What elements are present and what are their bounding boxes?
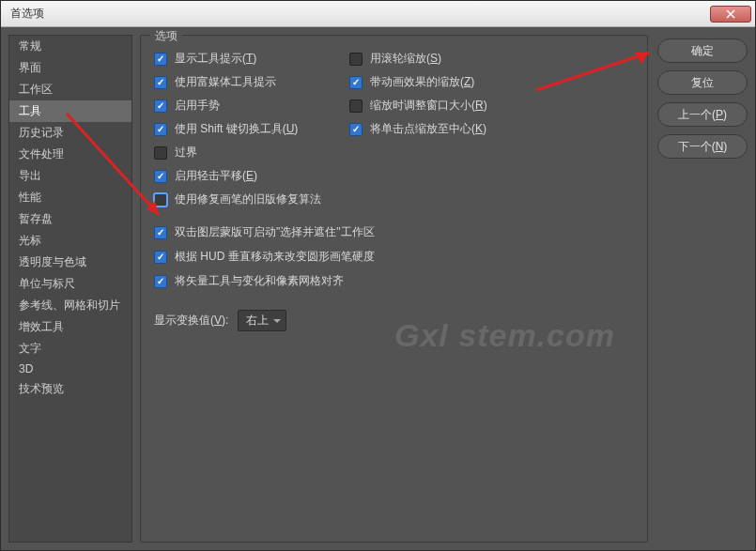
check-row: 带动画效果的缩放(Z)	[349, 74, 487, 90]
sidebar-item[interactable]: 参考线、网格和切片	[9, 295, 131, 316]
checkbox[interactable]	[349, 53, 363, 66]
check-row: 启用轻击平移(E)	[154, 168, 321, 184]
check-row: 双击图层蒙版可启动"选择并遮住"工作区	[154, 224, 634, 240]
next-button[interactable]: 下一个(N)	[657, 134, 748, 159]
check-label: 将单击点缩放至中心(K)	[370, 121, 486, 137]
main-area: 选项 显示工具提示(T)使用富媒体工具提示启用手势使用 Shift 键切换工具(…	[140, 35, 748, 543]
check-row: 根据 HUD 垂直移动来改变圆形画笔硬度	[154, 249, 634, 265]
show-transform-row: 显示变换值(V): 右上	[154, 310, 634, 331]
check-label: 使用 Shift 键切换工具(U)	[175, 121, 298, 137]
check-label: 用滚轮缩放(S)	[370, 51, 441, 67]
check-label: 缩放时调整窗口大小(R)	[370, 98, 487, 114]
check-label: 带动画效果的缩放(Z)	[370, 74, 474, 90]
sidebar-item[interactable]: 3D	[9, 360, 131, 378]
sidebar-item[interactable]: 文字	[9, 338, 131, 360]
check-label: 启用轻击平移(E)	[175, 168, 257, 184]
buttons-column: 确定 复位 上一个(P) 下一个(N)	[657, 35, 748, 543]
check-row: 将矢量工具与变化和像素网格对齐	[154, 273, 634, 289]
check-label: 启用手势	[175, 98, 220, 114]
check-label: 双击图层蒙版可启动"选择并遮住"工作区	[175, 224, 375, 240]
options-right-col: 用滚轮缩放(S)带动画效果的缩放(Z)缩放时调整窗口大小(R)将单击点缩放至中心…	[349, 51, 487, 207]
options-left-col: 显示工具提示(T)使用富媒体工具提示启用手势使用 Shift 键切换工具(U)过…	[154, 51, 321, 207]
titlebar: 首选项	[1, 1, 755, 27]
check-row: 用滚轮缩放(S)	[349, 51, 487, 67]
check-label: 根据 HUD 垂直移动来改变圆形画笔硬度	[175, 249, 375, 265]
sidebar-item[interactable]: 单位与标尺	[9, 273, 131, 295]
options-extra: 双击图层蒙版可启动"选择并遮住"工作区根据 HUD 垂直移动来改变圆形画笔硬度将…	[154, 224, 634, 289]
reset-button[interactable]: 复位	[657, 70, 748, 95]
check-row: 使用修复画笔的旧版修复算法	[154, 191, 321, 207]
dialog-title: 首选项	[10, 6, 44, 22]
sidebar-item[interactable]: 导出	[9, 165, 131, 187]
panel-title: 选项	[150, 28, 182, 44]
checkbox[interactable]	[154, 123, 167, 136]
check-label: 将矢量工具与变化和像素网格对齐	[175, 273, 344, 289]
check-label: 过界	[175, 145, 197, 161]
sidebar: 常规界面工作区工具历史记录文件处理导出性能暂存盘光标透明度与色域单位与标尺参考线…	[8, 35, 132, 543]
checkbox[interactable]	[349, 99, 363, 113]
check-row: 显示工具提示(T)	[154, 51, 321, 67]
checkbox[interactable]	[154, 76, 167, 89]
show-transform-dropdown[interactable]: 右上	[238, 310, 286, 331]
checkbox[interactable]	[349, 76, 363, 89]
prev-button[interactable]: 上一个(P)	[657, 102, 748, 127]
check-row: 缩放时调整窗口大小(R)	[349, 98, 487, 114]
sidebar-item[interactable]: 界面	[9, 57, 131, 79]
sidebar-item[interactable]: 增效工具	[9, 316, 131, 338]
sidebar-item[interactable]: 历史记录	[9, 122, 131, 144]
sidebar-item[interactable]: 光标	[9, 230, 131, 252]
check-row: 启用手势	[154, 98, 321, 114]
sidebar-item[interactable]: 暂存盘	[9, 208, 131, 230]
checkbox[interactable]	[154, 226, 167, 239]
sidebar-item[interactable]: 工具	[9, 100, 131, 122]
close-button[interactable]	[710, 6, 751, 23]
sidebar-item[interactable]: 透明度与色域	[9, 252, 131, 273]
checkbox[interactable]	[154, 99, 167, 113]
checkbox[interactable]	[154, 170, 167, 183]
check-row: 使用 Shift 键切换工具(U)	[154, 121, 321, 137]
show-transform-label: 显示变换值(V):	[154, 313, 228, 329]
checkbox[interactable]	[154, 193, 167, 207]
sidebar-item[interactable]: 文件处理	[9, 144, 131, 165]
sidebar-item[interactable]: 技术预览	[9, 378, 131, 400]
check-row: 将单击点缩放至中心(K)	[349, 121, 487, 137]
ok-button[interactable]: 确定	[657, 38, 748, 63]
checkbox[interactable]	[154, 275, 167, 288]
check-label: 显示工具提示(T)	[175, 51, 256, 67]
sidebar-item[interactable]: 常规	[9, 36, 131, 57]
check-row: 过界	[154, 145, 321, 161]
checkbox[interactable]	[154, 251, 167, 264]
checkbox[interactable]	[154, 146, 167, 160]
dialog-content: 常规界面工作区工具历史记录文件处理导出性能暂存盘光标透明度与色域单位与标尺参考线…	[1, 27, 755, 550]
close-icon	[726, 9, 735, 19]
options-panel: 选项 显示工具提示(T)使用富媒体工具提示启用手势使用 Shift 键切换工具(…	[140, 35, 648, 543]
check-label: 使用富媒体工具提示	[175, 74, 276, 90]
checkbox[interactable]	[154, 53, 167, 66]
check-label: 使用修复画笔的旧版修复算法	[175, 191, 321, 207]
sidebar-item[interactable]: 性能	[9, 187, 131, 208]
checkbox[interactable]	[349, 123, 363, 136]
check-row: 使用富媒体工具提示	[154, 74, 321, 90]
sidebar-item[interactable]: 工作区	[9, 79, 131, 100]
options-grid: 显示工具提示(T)使用富媒体工具提示启用手势使用 Shift 键切换工具(U)过…	[154, 51, 634, 207]
preferences-dialog: 首选项 常规界面工作区工具历史记录文件处理导出性能暂存盘光标透明度与色域单位与标…	[0, 0, 756, 551]
